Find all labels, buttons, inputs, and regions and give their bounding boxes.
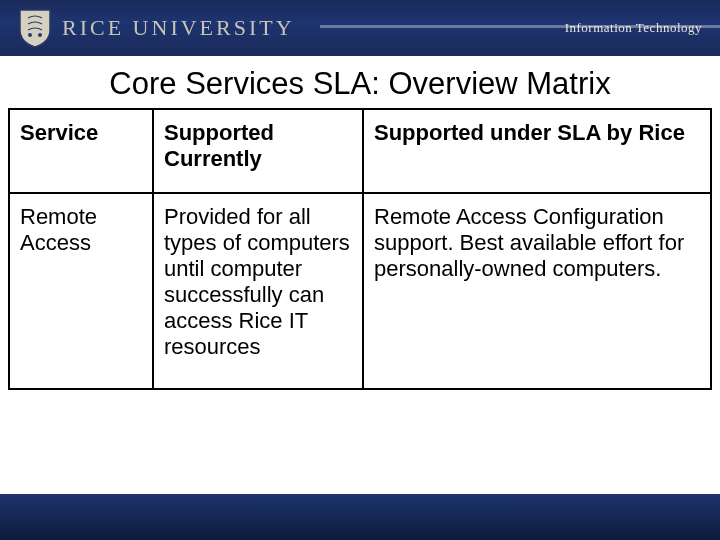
cell-supported-currently: Provided for all types of computers unti… — [153, 193, 363, 389]
cell-service: Remote Access — [9, 193, 153, 389]
shield-icon — [18, 8, 52, 48]
table-row: Remote Access Provided for all types of … — [9, 193, 711, 389]
sla-matrix-table: Service Supported Currently Supported un… — [8, 108, 712, 390]
col-header-supported-sla: Supported under SLA by Rice — [363, 109, 711, 193]
brand-text: RICE UNIVERSITY — [62, 15, 295, 41]
svg-point-1 — [38, 33, 42, 37]
footer-bar — [0, 494, 720, 540]
table-header-row: Service Supported Currently Supported un… — [9, 109, 711, 193]
header-bar: RICE UNIVERSITY Information Technology — [0, 0, 720, 56]
col-header-supported-currently: Supported Currently — [153, 109, 363, 193]
header-highlight — [320, 25, 720, 28]
cell-supported-sla: Remote Access Configuration support. Bes… — [363, 193, 711, 389]
brand: RICE UNIVERSITY — [18, 8, 295, 48]
department-label: Information Technology — [565, 20, 702, 36]
svg-point-0 — [28, 33, 32, 37]
col-header-service: Service — [9, 109, 153, 193]
page-title: Core Services SLA: Overview Matrix — [0, 66, 720, 102]
